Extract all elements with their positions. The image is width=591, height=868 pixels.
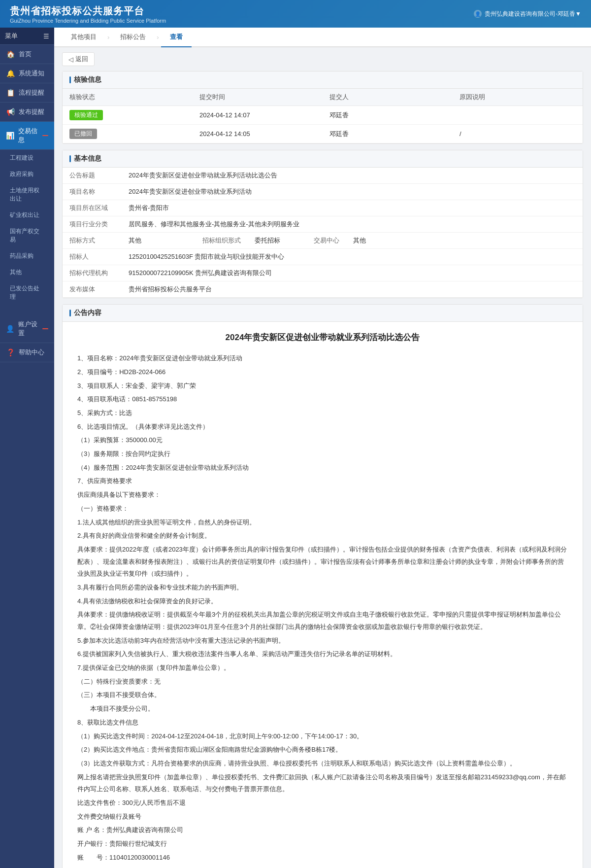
content-para-18: 5.参加本次比选活动前3年内在经营活动中没有重大违法记录的书面声明。	[77, 635, 568, 647]
verify-col-reason: 原因说明	[453, 89, 583, 106]
sidebar-sub-land-label: 土地使用权出让	[10, 186, 44, 203]
sidebar-sub-published[interactable]: 已发公告处理	[0, 280, 54, 305]
sidebar-sub-state-label: 国有产权交易	[10, 227, 44, 244]
sidebar-sub-goods[interactable]: 药品采购	[0, 248, 54, 264]
value-region: 贵州省-贵阳市	[122, 200, 307, 216]
sidebar-label-home: 首页	[19, 50, 32, 59]
account-icon: 👤	[6, 325, 14, 333]
content-para-33: 账 号：11040120030001146	[77, 852, 568, 864]
sidebar-sub-mineral-label: 矿业权出让	[10, 211, 39, 219]
sidebar-item-account[interactable]: 👤 账户设置	[0, 315, 54, 343]
info-row-bidder: 招标人 12520100425251603F 贵阳市就业与职业技能开发中心	[63, 249, 583, 265]
content-para-7: （3）服务期限：按合同约定执行	[77, 448, 568, 460]
sidebar-sub-engineering[interactable]: 工程建设	[0, 150, 54, 166]
content-para-4: 5、采购方式：比选	[77, 407, 568, 419]
content-para-2: 3、项目联系人：宋金委、梁宇涛、郭广荣	[77, 380, 568, 392]
sidebar-label-account: 账户设置	[18, 320, 38, 338]
verify-section-header: 核验信息	[63, 71, 583, 89]
tab-view[interactable]: 查看	[161, 28, 192, 47]
sidebar-item-help[interactable]: ❓ 帮助中心	[0, 343, 54, 362]
label-title: 公告标题	[63, 168, 122, 184]
content-para-0: 1、项目名称：2024年贵安新区促进创业带动就业系列活动	[77, 352, 568, 365]
label-region: 项目所在区域	[63, 200, 122, 216]
status-badge-prev: 已撤回	[69, 129, 97, 139]
verify-person-0: 邓廷香	[323, 106, 453, 125]
value-industry: 居民服务、修理和其他服务业-其他服务业-其他未列明服务业	[122, 216, 307, 233]
sidebar-sub-mineral[interactable]: 矿业权出让	[0, 207, 54, 223]
content-section-header: 公告内容	[63, 305, 583, 322]
sidebar-item-trade[interactable]: 📊 交易信息	[0, 122, 54, 150]
site-title-en: GuiZhou Province Tendering and Bidding P…	[10, 18, 166, 24]
basic-section-header: 基本信息	[63, 150, 583, 168]
user-icon: 👤	[474, 10, 482, 18]
content-para-17: 具体要求：提供缴纳税收证明：提供截至今年最3个月的征税机关出具加盖公章的完税证明…	[77, 609, 568, 633]
sidebar-menu-label: 菜单	[5, 32, 18, 40]
site-title-cn: 贵州省招标投标公共服务平台	[10, 4, 166, 18]
content-para-26: （2）购买比选文件地点：贵州省贵阳市观山湖区金阳南路世纪金源购物中心商务楼B栋1…	[77, 744, 568, 756]
content-para-20: 7.提供保证金已交纳的依据（复印件加盖单位公章）。	[77, 662, 568, 674]
label-center: 交易中心	[307, 233, 346, 249]
sidebar-item-process[interactable]: 📋 流程提醒	[0, 83, 54, 103]
info-row-industry: 项目行业分类 居民服务、修理和其他服务业-其他服务业-其他未列明服务业	[63, 216, 583, 233]
info-row-media: 发布媒体 贵州省招标投标公共服务平台	[63, 281, 583, 298]
content-para-3: 4、项目联系电话：0851-85755198	[77, 393, 568, 406]
content-section: 公告内容 2024年贵安新区促进创业带动就业系列活动比选公告 1、项目名称：20…	[62, 304, 583, 868]
content-para-21: （二）特殊行业资质要求：无	[77, 676, 568, 688]
content-para-14: 具体要求：提供2022年度（或者2023年度）会计师事务所出具的审计报告复印件（…	[77, 544, 568, 580]
label-media: 发布媒体	[63, 281, 122, 298]
sidebar-label-process: 流程提醒	[19, 88, 44, 97]
content-body: 2024年贵安新区促进创业带动就业系列活动比选公告 1、项目名称：2024年贵安…	[63, 322, 583, 868]
content-para-32: 开户银行：贵阳银行世纪城支行	[77, 838, 568, 850]
tab-notice[interactable]: 招标公告	[111, 28, 155, 47]
user-info[interactable]: 👤 贵州弘典建设咨询有限公司-邓廷香▼	[474, 10, 581, 18]
content-para-1: 2、项目编号：HD2B-2024-066	[77, 366, 568, 379]
sidebar-sub-other[interactable]: 其他	[0, 264, 54, 280]
label-industry: 项目行业分类	[63, 216, 122, 233]
content-para-23: 本项目不接受分公司。	[77, 703, 568, 715]
verify-reason-1: /	[453, 125, 583, 143]
value-media: 贵州省招标投标公共服务平台	[122, 281, 583, 298]
content-para-29: 比选文件售价：300元/人民币售后不退	[77, 797, 568, 809]
value-agency: 91520000722109905K 贵州弘典建设咨询有限公司	[122, 265, 583, 281]
sidebar-sub-state[interactable]: 国有产权交易	[0, 223, 54, 248]
sidebar-label-notify: 系统通知	[19, 69, 44, 78]
content-para-25: （1）购买比选文件时间：2024-04-12至2024-04-18，北京时间上午…	[77, 730, 568, 743]
sidebar-item-notify[interactable]: 🔔 系统通知	[0, 64, 54, 83]
verify-col-person: 提交人	[323, 89, 453, 106]
sidebar-sub-gov[interactable]: 政府采购	[0, 166, 54, 182]
sidebar-sub-land[interactable]: 土地使用权出让	[0, 182, 54, 207]
content-para-24: 8、获取比选文件信息	[77, 717, 568, 729]
trade-icon: 📊	[6, 132, 14, 139]
sidebar-sub-goods-label: 药品采购	[10, 252, 33, 260]
sidebar-item-home[interactable]: 🏠 首页	[0, 45, 54, 64]
sidebar-label-help: 帮助中心	[19, 348, 44, 357]
label-agency: 招标代理机构	[63, 265, 122, 281]
verify-time-0: 2024-04-12 14:07	[193, 106, 323, 125]
sidebar-toggle-icon[interactable]: ☰	[43, 33, 49, 40]
content-paragraphs: 1、项目名称：2024年贵安新区促进创业带动就业系列活动2、项目编号：HD2B-…	[77, 352, 568, 868]
verify-col-status: 核验状态	[63, 89, 193, 106]
verify-status-1: 已撤回	[63, 125, 193, 143]
verify-time-1: 2024-04-12 14:05	[193, 125, 323, 143]
back-button[interactable]: ◁ 返回	[62, 52, 95, 66]
content-para-6: （1）采购预算：350000.00元	[77, 434, 568, 447]
layout: 菜单 ☰ 🏠 首页 🔔 系统通知 📋 流程提醒 📢 发布提醒 📊 交易信息 工程…	[0, 28, 591, 868]
process-icon: 📋	[6, 89, 15, 97]
content-para-19: 6.提供被国家列入失信被执行人、重大税收违法案件当事人名单、采购活动严重违失信行…	[77, 648, 568, 660]
value-org: 委托招标	[248, 233, 307, 249]
content-para-28: 网上报名请把营业执照复印件（加盖单位章）、单位授权委托书、文件费汇款回执（私人账…	[77, 771, 568, 796]
status-badge-pass: 核验通过	[69, 110, 103, 120]
content-para-5: 6、比选项目情况。（具体要求详见比选文件）	[77, 421, 568, 433]
sidebar-sub-published-label: 已发公告处理	[10, 284, 44, 301]
sidebar-sub-engineering-label: 工程建设	[10, 154, 33, 162]
label-method: 招标方式	[63, 233, 122, 249]
back-arrow-icon: ◁	[68, 56, 73, 63]
top-tabs: 其他项目 › 招标公告 › 查看	[54, 28, 591, 47]
verify-section: 核验信息 核验状态 提交时间 提交人 原因说明 核验通过	[62, 71, 583, 144]
content-para-10: 供应商须具备以下资格要求：	[77, 489, 568, 501]
sidebar-item-publish[interactable]: 📢 发布提醒	[0, 103, 54, 122]
info-row-title: 公告标题 2024年贵安新区促进创业带动就业系列活动比选公告	[63, 168, 583, 184]
tab-other[interactable]: 其他项目	[62, 28, 105, 47]
user-name: 贵州弘典建设咨询有限公司-邓廷香▼	[485, 10, 581, 18]
value-title: 2024年贵安新区促进创业带动就业系列活动比选公告	[122, 168, 307, 184]
